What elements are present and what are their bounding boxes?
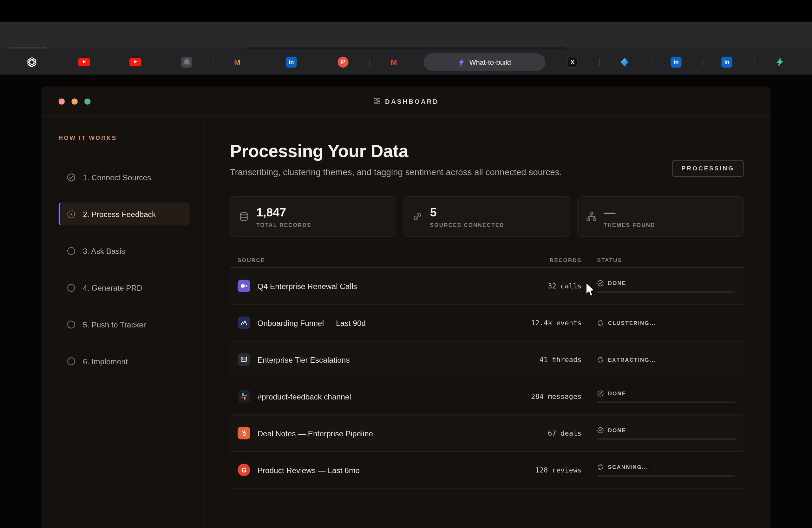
table-row[interactable]: #product-feedback channel 284 messages D… [230,378,744,415]
spinner-icon [67,210,76,218]
table-row[interactable]: Enterprise Tier Escalations 41 threads E… [230,341,744,378]
table-row[interactable]: G Product Reviews — Last 6mo 128 reviews… [230,452,744,489]
stat-label: THEMES FOUND [604,222,655,228]
reviews-icon: G [237,463,250,476]
linkedin-icon[interactable]: in [286,56,296,67]
progress-bar [597,291,735,292]
themes-icon [586,211,597,222]
lightning-icon[interactable] [775,57,784,67]
step-label: 6. Implement [83,357,128,366]
source-name: Deal Notes — Enterprise Pipeline [257,429,373,438]
record-count: 41 threads [494,355,582,363]
screen: trywhat-to-build.com M in P M [0,0,812,528]
status-cell: CLUSTERING... [581,319,743,326]
circle-icon [67,357,76,366]
openai-icon[interactable] [26,56,37,67]
circle-icon [67,246,76,255]
product-hunt-icon[interactable]: P [337,56,348,67]
status-cell: DONE [581,280,743,292]
sidebar: HOW IT WORKS 1. Connect Sources 2. Proce… [42,116,204,528]
stat-card-sources-connected: 5 SOURCES CONNECTED [404,196,570,237]
database-icon [239,211,249,222]
progress-bar [597,475,735,476]
dashboard-header: DASHBOARD [42,87,770,116]
grid-icon [373,98,381,105]
stat-card-total-records: 1,847 TOTAL RECORDS [230,196,396,237]
window-title-text: DASHBOARD [385,98,439,105]
status-label: DONE [608,390,626,396]
column-header-records: RECORDS [494,257,582,263]
link-icon [412,211,423,222]
sidebar-step-implement[interactable]: 6. Implement [58,350,189,372]
record-count: 12.4k events [494,318,582,327]
record-count: 32 calls [494,282,582,290]
page-title: Processing Your Data [230,141,562,161]
dashboard-window: DASHBOARD HOW IT WORKS 1. Connect Source… [42,87,771,528]
traffic-lights [58,98,90,104]
status-label: EXTRACTING... [608,356,656,363]
sidebar-heading: HOW IT WORKS [58,134,203,141]
stat-value: — [604,205,655,219]
video-calls-icon [237,280,250,292]
stat-value: 1,847 [256,205,311,219]
slack-icon [237,390,250,402]
gmail-icon[interactable]: M [390,57,397,66]
minimize-button[interactable] [71,98,78,104]
sidebar-step-process-feedback[interactable]: 2. Process Feedback [58,202,189,225]
main-header: Processing Your Data Transcribing, clust… [230,141,744,178]
sources-table: SOURCE RECORDS STATUS Q4 Enterprise Rene… [230,252,744,488]
step-label: 5. Push to Tracker [83,320,146,329]
blue-diamond-icon[interactable] [620,57,630,67]
chat-icon [237,353,250,366]
record-count: 67 deals [494,429,582,437]
step-label: 2. Process Feedback [83,210,156,218]
stats-row: 1,847 TOTAL RECORDS 5 SOURCES CONNECTED [230,196,744,237]
table-header: SOURCE RECORDS STATUS [230,252,744,268]
table-row[interactable]: Onboarding Funnel — Last 90d 12.4k event… [230,304,744,341]
step-label: 3. Ask Basis [83,246,125,255]
sync-icon [597,319,604,326]
page-background: DASHBOARD HOW IT WORKS 1. Connect Source… [0,74,812,528]
favorites-divider [702,58,703,66]
sidebar-step-push-to-tracker[interactable]: 5. Push to Tracker [58,313,189,336]
check-circle-icon [597,427,604,433]
status-label: DONE [608,280,626,286]
close-button[interactable] [58,98,65,104]
sidebar-step-ask-basis[interactable]: 3. Ask Basis [58,239,189,262]
record-count: 128 reviews [494,466,582,474]
source-name: Product Reviews — Last 6mo [257,466,360,474]
gmail-icon[interactable]: M [234,57,241,66]
source-name: Q4 Enterprise Renewal Calls [257,282,357,290]
status-label: CLUSTERING... [608,319,656,326]
favorites-bar: M in P M What-to-build X in in [0,48,812,74]
circle-icon [67,283,76,292]
window-title: DASHBOARD [373,98,439,105]
sidebar-step-connect-sources[interactable]: 1. Connect Sources [58,166,189,188]
youtube-icon[interactable] [78,58,90,66]
favorites-divider [651,58,652,66]
progress-bar [597,438,735,440]
column-header-status: STATUS [581,257,743,263]
record-count: 284 messages [494,392,582,400]
check-circle-icon [597,280,604,286]
column-header-source: SOURCE [230,257,494,263]
source-name: Onboarding Funnel — Last 90d [257,318,366,327]
sidebar-step-generate-prd[interactable]: 4. Generate PRD [58,276,189,299]
table-row[interactable]: Deal Notes — Enterprise Pipeline 67 deal… [230,415,744,452]
page-subtitle: Transcribing, clustering themes, and tag… [230,167,562,178]
generic-gray-icon[interactable] [181,56,192,67]
x-icon[interactable]: X [567,56,578,67]
progress-bar [597,401,735,403]
youtube-icon[interactable] [129,58,142,66]
status-cell: DONE [581,427,743,440]
linkedin-icon[interactable]: in [721,56,732,67]
processing-badge: PROCESSING [672,160,744,176]
linkedin-icon[interactable]: in [670,56,681,67]
zoom-button[interactable] [84,98,91,104]
browser-toolbar: trywhat-to-build.com [0,22,812,49]
stat-value: 5 [430,205,504,219]
bolt-icon [458,58,465,66]
table-row[interactable]: Q4 Enterprise Renewal Calls 32 calls DON… [230,268,744,304]
sync-icon [597,356,604,363]
active-favorite-what-to-build[interactable]: What-to-build [424,53,546,71]
